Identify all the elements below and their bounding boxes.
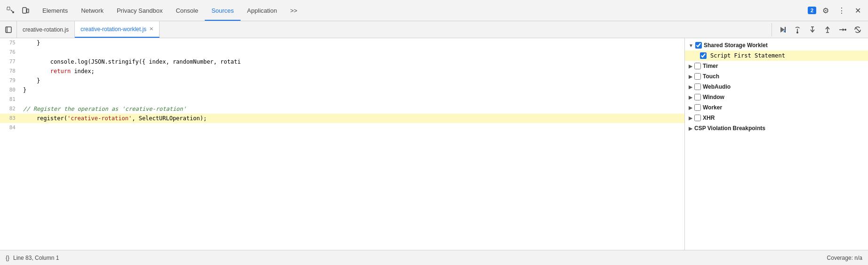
code-line-82: 82 // Register the operation as 'creativ… [0,104,684,114]
chevron-right-icon: ▶ [689,126,692,131]
timer-checkbox[interactable] [694,63,701,69]
debug-step-out-button[interactable] [821,23,834,36]
code-line-80: 80 } [0,85,684,95]
file-tab-label: creative-rotation-worklet.js [80,26,146,33]
section-window[interactable]: ▶ Window [685,92,868,102]
message-badge[interactable]: 2 [808,7,816,14]
svg-rect-2 [27,9,29,13]
code-lines: 75 } 76 77 console.log(JSON.stringify({ … [0,38,684,132]
section-xhr[interactable]: ▶ XHR [685,113,868,123]
file-tab-creative-rotation-worklet[interactable]: creative-rotation-worklet.js ✕ [75,21,160,38]
cursor-position: Line 83, Column 1 [13,255,59,261]
section-touch[interactable]: ▶ Touch [685,71,868,82]
tab-more[interactable]: >> [283,0,304,21]
more-options-icon[interactable]: ⋮ [835,4,848,17]
settings-icon[interactable]: ⚙ [819,4,832,17]
file-tab-creative-rotation[interactable]: creative-rotation.js [17,21,75,38]
debug-controls [772,23,868,36]
section-label: Timer [703,63,718,69]
shared-storage-worklet-checkbox[interactable] [695,42,702,49]
sidebar-toggle-button[interactable] [0,21,17,38]
file-tabs: creative-rotation.js creative-rotation-w… [17,21,772,38]
tab-application[interactable]: Application [241,0,284,21]
coverage-label: Coverage: n/a [827,255,862,261]
tab-network[interactable]: Network [74,0,110,21]
touch-checkbox[interactable] [694,73,701,80]
debug-step-over-button[interactable] [791,23,804,36]
debug-step-button[interactable] [836,23,849,36]
section-label: Worker [703,104,722,111]
breakpoint-label: Script First Statement [710,52,785,59]
code-line-78: 78 return index; [0,66,684,76]
breakpoint-section: ▼ Shared Storage Worklet Script First St… [685,38,868,135]
section-csp-violation[interactable]: ▶ CSP Violation Breakpoints [685,123,868,133]
xhr-checkbox[interactable] [694,115,701,121]
code-line-77: 77 console.log(JSON.stringify({ index, r… [0,57,684,66]
chevron-down-icon: ▼ [689,43,693,48]
chevron-right-icon: ▶ [689,105,692,110]
debug-resume-button[interactable] [776,23,789,36]
svg-rect-1 [23,8,26,13]
code-line-81: 81 [0,95,684,104]
section-webaudio[interactable]: ▶ WebAudio [685,82,868,92]
section-label: Shared Storage Worklet [704,42,768,49]
code-line-79: 79 } [0,76,684,85]
tab-privacy-sandbox[interactable]: Privacy Sandbox [110,0,169,21]
code-line-83: 83 register('creative-rotation', SelectU… [0,114,684,123]
code-editor[interactable]: 75 } 76 77 console.log(JSON.stringify({ … [0,38,684,250]
section-label: Window [703,94,724,100]
code-line-75: 75 } [0,38,684,48]
file-tab-close-icon[interactable]: ✕ [149,26,153,32]
chevron-right-icon: ▶ [689,84,692,90]
status-bar: {} Line 83, Column 1 Coverage: n/a [0,250,868,265]
file-tab-label: creative-rotation.js [23,26,69,33]
tab-elements[interactable]: Elements [36,0,74,21]
webaudio-checkbox[interactable] [694,83,701,90]
chevron-right-icon: ▶ [689,116,692,121]
worker-checkbox[interactable] [694,104,701,111]
devtools-icon-group [4,4,32,17]
section-label: Touch [703,73,719,80]
section-shared-storage-worklet[interactable]: ▼ Shared Storage Worklet [685,40,868,50]
chevron-right-icon: ▶ [689,64,692,69]
top-toolbar: Elements Network Privacy Sandbox Console… [0,0,868,21]
device-toggle-icon[interactable] [19,4,32,17]
status-bar-right: Coverage: n/a [827,255,862,261]
tab-sources[interactable]: Sources [205,0,241,21]
debug-step-into-button[interactable] [806,23,819,36]
section-timer[interactable]: ▶ Timer [685,61,868,71]
breakpoint-item-script-first-statement[interactable]: Script First Statement [685,50,868,61]
section-worker[interactable]: ▶ Worker [685,102,868,113]
main-content: 75 } 76 77 console.log(JSON.stringify({ … [0,38,868,250]
section-label: WebAudio [703,83,731,90]
chevron-right-icon: ▶ [689,95,692,100]
window-checkbox[interactable] [694,94,701,100]
svg-point-10 [844,29,846,31]
select-element-icon[interactable] [4,4,17,17]
svg-rect-3 [6,27,11,33]
toolbar-right: 2 ⚙ ⋮ ✕ [808,4,864,17]
status-bar-left: {} Line 83, Column 1 [6,255,59,261]
section-label: XHR [703,115,715,121]
right-panel: ▼ Shared Storage Worklet Script First St… [684,38,868,250]
tab-console[interactable]: Console [169,0,205,21]
svg-point-7 [796,32,798,33]
section-label: CSP Violation Breakpoints [694,125,765,132]
code-line-76: 76 [0,48,684,57]
code-line-84: 84 [0,123,684,132]
file-toolbar: creative-rotation.js creative-rotation-w… [0,21,868,38]
main-nav-tabs: Elements Network Privacy Sandbox Console… [36,0,808,21]
script-first-statement-checkbox[interactable] [700,52,707,59]
close-icon[interactable]: ✕ [851,4,864,17]
chevron-right-icon: ▶ [689,74,692,79]
debug-deactivate-button[interactable] [851,23,864,36]
curly-braces-icon: {} [6,255,9,261]
svg-rect-0 [7,7,10,10]
